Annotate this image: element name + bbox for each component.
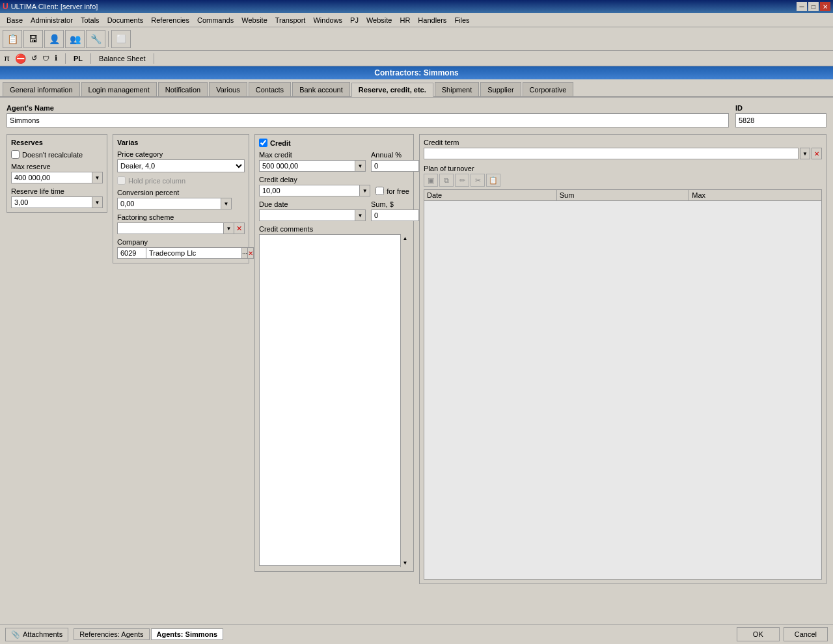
grid-add-btn[interactable]: ▣ [424, 174, 438, 187]
factoring-scheme-label: Factoring scheme [117, 213, 245, 221]
credit-term-section: Credit term ▼ ✕ [424, 139, 822, 159]
conversion-percent-dropdown[interactable]: ▼ [221, 198, 232, 209]
conversion-percent-label: Conversion percent [117, 189, 245, 196]
tab-corporative[interactable]: Corporative [523, 82, 574, 96]
annual-input[interactable] [371, 160, 419, 172]
pl-label[interactable]: PL [74, 55, 83, 62]
plan-turnover-label: Plan of turnover [424, 165, 822, 172]
attachments-label: Attachments [23, 630, 62, 638]
varias-title: Varias [117, 139, 245, 146]
textarea-scrollbar[interactable]: ▲ ▼ [400, 234, 409, 567]
sum-input[interactable] [371, 209, 419, 221]
minimize-button[interactable]: ─ [797, 2, 807, 11]
company-name-input[interactable] [146, 247, 242, 259]
toolbar-btn-4[interactable]: 👥 [65, 30, 85, 48]
credit-term-input[interactable] [424, 148, 799, 159]
status-separator2 [90, 53, 91, 64]
menu-documents[interactable]: Documents [103, 15, 148, 25]
tab-login-management[interactable]: Login management [81, 82, 157, 96]
info-icon[interactable]: ℹ [55, 54, 57, 62]
factoring-scheme-dropdown[interactable]: ▼ [224, 222, 234, 234]
menu-hr[interactable]: HR [396, 15, 414, 25]
credit-delay-input[interactable] [259, 185, 360, 196]
toolbar-btn-1[interactable]: 📋 [3, 30, 22, 48]
credit-delay-dropdown[interactable]: ▼ [360, 185, 370, 196]
tab-supplier[interactable]: Supplier [480, 82, 521, 96]
menu-website2[interactable]: Website [362, 15, 396, 25]
reserves-title: Reserves [11, 139, 103, 146]
tab-contacts[interactable]: Contacts [249, 82, 291, 96]
for-free-checkbox[interactable] [376, 187, 384, 195]
bottom-tab-referencies[interactable]: Referencies: Agents [74, 628, 149, 640]
reserve-life-input[interactable] [11, 196, 92, 208]
tab-shipment[interactable]: Shipment [435, 82, 479, 96]
credit-comments-textarea[interactable] [259, 234, 409, 566]
credit-term-dropdown[interactable]: ▼ [800, 148, 810, 159]
menu-handlers[interactable]: Handlers [414, 15, 450, 25]
stop-icon[interactable]: ⛔ [15, 53, 26, 64]
toolbar-separator [108, 31, 109, 47]
max-credit-dropdown[interactable]: ▼ [355, 160, 366, 172]
agent-name-input[interactable] [7, 113, 729, 127]
balance-sheet-label[interactable]: Balance Sheet [99, 55, 146, 62]
menu-pj[interactable]: PJ [346, 15, 362, 25]
menu-windows[interactable]: Windows [309, 15, 346, 25]
max-credit-input[interactable] [259, 160, 355, 172]
credit-checkbox[interactable] [259, 139, 267, 147]
right-panel: Credit term ▼ ✕ Plan of turnover ▣ ⧉ ✏ ✂ [419, 134, 826, 584]
due-date-dropdown[interactable]: ▼ [355, 209, 366, 221]
toolbar-btn-5[interactable]: 🔧 [86, 30, 105, 48]
cancel-button[interactable]: Cancel [784, 627, 828, 641]
credit-panel: Credit Max credit ▼ Annual % [254, 134, 414, 572]
credit-delay-label: Credit delay [259, 176, 370, 183]
menu-transport[interactable]: Transport [271, 15, 310, 25]
credit-term-clear[interactable]: ✕ [812, 148, 822, 159]
factoring-scheme-input[interactable] [117, 222, 224, 234]
company-id-input[interactable] [117, 247, 146, 259]
menu-totals[interactable]: Totals [77, 15, 103, 25]
grid-copy-btn[interactable]: ⧉ [439, 174, 454, 187]
menu-website[interactable]: Website [238, 15, 271, 25]
menu-administrator[interactable]: Administrator [27, 15, 77, 25]
grid-confirm-btn[interactable]: 📋 [486, 174, 500, 187]
refresh-icon[interactable]: ↺ [31, 54, 37, 62]
tab-general-information[interactable]: General information [3, 82, 80, 96]
menu-base[interactable]: Base [3, 15, 27, 25]
credit-label: Credit [270, 139, 291, 147]
doesnt-recalculate-checkbox[interactable] [11, 150, 20, 159]
grid-delete-btn[interactable]: ✂ [471, 174, 485, 187]
menu-referencies[interactable]: Referencies [147, 15, 193, 25]
tabs-bar: General information Login management Not… [0, 79, 833, 98]
factoring-scheme-clear[interactable]: ✕ [234, 222, 245, 234]
id-input[interactable] [735, 113, 826, 127]
toolbar-btn-6[interactable]: ⬜ [111, 30, 131, 48]
max-reserve-input[interactable] [11, 172, 92, 183]
shield-icon[interactable]: 🛡 [42, 55, 49, 62]
menu-files[interactable]: Files [450, 15, 473, 25]
bottom-bar: 📎 Attachments Referencies: Agents Agents… [0, 624, 833, 644]
max-reserve-dropdown[interactable]: ▼ [92, 172, 103, 183]
tab-various[interactable]: Various [209, 82, 247, 96]
due-date-input[interactable] [259, 209, 355, 221]
restore-button[interactable]: □ [808, 2, 819, 11]
toolbar-btn-2[interactable]: 🖫 [23, 30, 43, 48]
tab-notification[interactable]: Notification [158, 82, 208, 96]
pi-symbol[interactable]: π [4, 53, 10, 63]
reserve-life-dropdown[interactable]: ▼ [92, 196, 103, 208]
conversion-percent-input[interactable] [117, 198, 221, 209]
tab-reserve-credit[interactable]: Reserve, credit, etc. [351, 83, 433, 97]
bottom-tab-agents-simmons[interactable]: Agents: Simmons [151, 628, 224, 640]
attachments-button[interactable]: 📎 Attachments [5, 628, 68, 641]
menu-commands[interactable]: Commands [193, 15, 238, 25]
toolbar-btn-3[interactable]: 👤 [44, 30, 64, 48]
hold-price-checkbox[interactable] [117, 176, 126, 185]
ok-button[interactable]: OK [737, 627, 780, 641]
company-clear-button[interactable]: ✕ [248, 247, 254, 259]
close-button[interactable]: ✕ [820, 2, 830, 11]
company-browse-button[interactable]: ··· [242, 247, 248, 259]
grid-col-sum: Sum [557, 190, 690, 200]
price-category-select[interactable]: Dealer, 4,0 [117, 159, 245, 172]
reserve-life-label: Reserve life time [11, 187, 103, 195]
grid-edit-btn[interactable]: ✏ [455, 174, 469, 187]
tab-bank-account[interactable]: Bank account [292, 82, 350, 96]
